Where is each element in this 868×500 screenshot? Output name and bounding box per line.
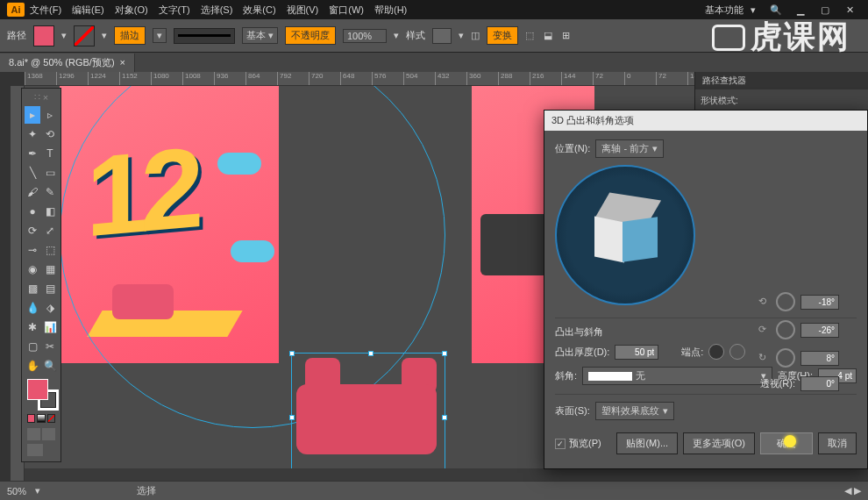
ok-button[interactable]: 确定 (760, 432, 813, 454)
menu-type[interactable]: 文字(T) (153, 1, 196, 19)
eyedropper-tool[interactable]: 💧 (25, 299, 40, 317)
preview-checkbox[interactable]: ✓ (555, 439, 566, 449)
cursor-indicator (784, 435, 796, 447)
maximize-button[interactable]: ▢ (814, 3, 836, 17)
transform-label[interactable]: 变换 (487, 26, 518, 45)
search-icon[interactable]: 🔍 (770, 4, 782, 16)
doc-tab-name: 8.ai* @ 50% (RGB/预览) (9, 56, 115, 69)
pencil-tool[interactable]: ✎ (42, 183, 58, 201)
menu-select[interactable]: 选择(S) (196, 1, 238, 19)
menu-object[interactable]: 对象(O) (110, 1, 153, 19)
angle-z-input[interactable] (800, 351, 839, 366)
gradient-mode[interactable] (37, 414, 45, 423)
close-button[interactable]: ✕ (838, 3, 861, 17)
selection-handle[interactable] (442, 351, 447, 356)
type-tool[interactable]: T (42, 145, 58, 162)
style-swatch[interactable] (432, 28, 452, 44)
artboard-tool[interactable]: ▢ (25, 338, 40, 355)
selection-handle[interactable] (368, 351, 374, 356)
paintbrush-tool[interactable]: 🖌 (25, 183, 40, 201)
screen-mode[interactable] (27, 444, 43, 456)
selection-box[interactable] (291, 353, 445, 477)
menu-view[interactable]: 视图(V) (281, 1, 324, 19)
blob-brush-tool[interactable]: ● (25, 203, 40, 220)
selection-tool[interactable]: ▸ (25, 106, 40, 124)
rotate-y-icon: ⟳ (758, 324, 771, 336)
menu-file[interactable]: 文件(F) (25, 1, 67, 19)
angle-y-input[interactable] (800, 323, 839, 338)
toolbox-grip[interactable]: ∷ × (24, 90, 59, 105)
gradient-tool[interactable]: ▤ (42, 280, 58, 297)
direct-selection-tool[interactable]: ▹ (42, 106, 58, 124)
selection-handle[interactable] (289, 415, 295, 420)
minimize-button[interactable]: ▁ (789, 3, 812, 17)
stroke-weight[interactable]: ▾ (153, 28, 167, 43)
perspective-input[interactable] (800, 376, 839, 391)
transform-icons[interactable]: ⬚ ⬓ ⊞ (525, 30, 573, 41)
menu-window[interactable]: 窗口(W) (324, 1, 369, 19)
slice-tool[interactable]: ✂ (42, 338, 58, 355)
map-art-button[interactable]: 贴图(M)... (616, 432, 678, 454)
depth-label: 凸出厚度(D): (555, 346, 609, 359)
free-transform-tool[interactable]: ⬚ (42, 241, 58, 259)
zoom-tool[interactable]: 🔍 (42, 357, 58, 375)
dialog-title[interactable]: 3D 凸出和斜角选项 (544, 111, 867, 131)
doc-tab-close[interactable]: × (120, 57, 125, 68)
selected-3d-object[interactable] (296, 358, 454, 472)
rotate-tool[interactable]: ⟳ (25, 222, 40, 239)
perspective-tool[interactable]: ▦ (42, 261, 58, 278)
workspace-switcher[interactable]: 基本功能 (705, 4, 743, 17)
menu-help[interactable]: 帮助(H) (369, 1, 412, 19)
width-tool[interactable]: ⊸ (25, 241, 40, 259)
fill-stroke-swatch[interactable] (27, 379, 59, 411)
angle-z-dial[interactable] (776, 348, 795, 368)
cube-preview[interactable] (555, 165, 695, 305)
depth-input[interactable] (615, 345, 658, 360)
draw-mode-normal[interactable] (27, 428, 40, 440)
lasso-tool[interactable]: ⟲ (42, 125, 58, 143)
color-mode[interactable] (27, 414, 35, 423)
fill-swatch[interactable] (33, 25, 54, 46)
surface-dropdown[interactable]: 塑料效果底纹▾ (595, 402, 674, 420)
bevel-label: 斜角: (555, 369, 577, 382)
pen-tool[interactable]: ✒ (25, 145, 40, 162)
stroke-preview[interactable] (174, 28, 235, 44)
line-tool[interactable]: ╲ (25, 164, 40, 182)
opacity-input[interactable]: 100% (343, 29, 387, 43)
pathfinder-tab[interactable]: 路径查找器 (695, 72, 868, 89)
eraser-tool[interactable]: ◧ (42, 203, 58, 220)
rotate-z-icon: ↻ (758, 352, 771, 364)
magic-wand-tool[interactable]: ✦ (25, 125, 40, 143)
angle-y-dial[interactable] (776, 320, 795, 339)
selection-handle[interactable] (289, 351, 295, 356)
scale-tool[interactable]: ⤢ (42, 222, 58, 239)
none-mode[interactable] (47, 414, 55, 423)
scrollbar-horizontal[interactable] (25, 468, 856, 481)
angle-x-dial[interactable] (776, 292, 795, 311)
position-dropdown[interactable]: 离轴 - 前方▾ (595, 139, 664, 158)
hand-tool[interactable]: ✋ (25, 357, 40, 375)
selection-handle[interactable] (442, 415, 447, 420)
document-tab[interactable]: 8.ai* @ 50% (RGB/预览) × (0, 54, 135, 72)
graph-tool[interactable]: 📊 (42, 318, 58, 336)
menu-effect[interactable]: 效果(C) (238, 1, 281, 19)
more-options-button[interactable]: 更多选项(O) (683, 432, 755, 454)
fill-color[interactable] (27, 379, 48, 400)
blend-tool[interactable]: ⬗ (42, 299, 58, 317)
opacity-label[interactable]: 不透明度 (285, 26, 336, 45)
stroke-label-btn[interactable]: 描边 (114, 26, 146, 45)
toolbox: ∷ × ▸▹ ✦⟲ ✒T ╲▭ 🖌✎ ●◧ ⟳⤢ ⊸⬚ ◉▦ ▩▤ 💧⬗ ✱📊 … (21, 88, 61, 462)
rectangle-tool[interactable]: ▭ (42, 164, 58, 182)
menu-edit[interactable]: 编辑(E) (67, 1, 110, 19)
angle-x-input[interactable] (800, 295, 839, 310)
stroke-profile[interactable]: 基本 ▾ (242, 27, 278, 44)
stroke-swatch[interactable] (74, 25, 95, 46)
perspective-label: 透视(R): (760, 377, 795, 390)
align-icon[interactable]: ◫ (471, 30, 480, 41)
zoom-level[interactable]: 50% (7, 486, 26, 496)
draw-mode-behind[interactable] (42, 428, 55, 440)
symbol-sprayer-tool[interactable]: ✱ (25, 318, 40, 336)
cancel-button[interactable]: 取消 (818, 432, 857, 454)
mesh-tool[interactable]: ▩ (25, 280, 40, 297)
shape-builder-tool[interactable]: ◉ (25, 261, 40, 278)
